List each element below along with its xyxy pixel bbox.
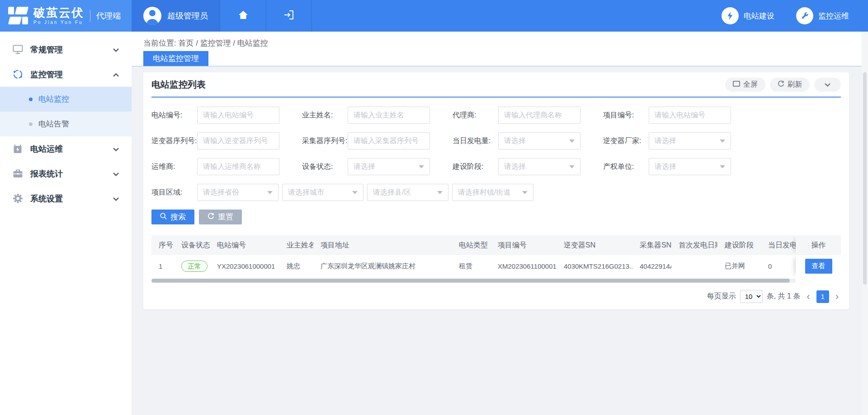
pagination: 每页显示 10 条, 共 1 条 ‹ 1 › (151, 290, 841, 303)
nav-label: 电站建设 (744, 11, 774, 21)
project-no-input[interactable] (649, 107, 731, 124)
nav-label: 监控运维 (818, 11, 849, 21)
owner-name-input[interactable] (348, 107, 430, 124)
cell-build-stage: 已并网 (717, 262, 761, 270)
cell-address: 广东深圳龙华区观澜镇姚家庄村 (313, 262, 452, 270)
per-page-select[interactable]: 10 (740, 290, 763, 303)
page-number[interactable]: 1 (816, 290, 829, 303)
lightning-icon (722, 7, 739, 24)
caret-down-icon (522, 191, 528, 194)
cell-project-no: XM2023061100001 (491, 262, 557, 270)
topbar-nav: 电站建设 监控运维 (722, 0, 868, 32)
monitor-icon (12, 45, 24, 54)
next-page-button[interactable]: › (833, 292, 841, 302)
field-label: 当日发电量: (453, 136, 498, 146)
wrench-icon (796, 7, 813, 24)
chevron-down-icon (113, 170, 119, 178)
page-title: 电站监控列表 (151, 79, 206, 91)
search-icon (160, 213, 167, 222)
charger-icon (12, 144, 24, 154)
caret-down-icon (720, 165, 725, 168)
chevron-down-icon (113, 46, 119, 54)
briefcase-icon (12, 169, 24, 178)
prev-page-button[interactable]: ‹ (804, 292, 812, 302)
portal-label: 代理端 (90, 10, 121, 22)
table-header-row: 序号 设备状态 电站编号 业主姓名 项目地址 电站类型 项目编号 逆变器SN 采… (151, 235, 841, 255)
daily-generation-select[interactable]: 请选择 (498, 132, 580, 149)
cell-owner: 姚忠 (279, 262, 313, 270)
field-label: 逆变器厂家: (603, 136, 649, 146)
breadcrumb-bar: 当前位置: 首页 / 监控管理 / 电站监控 电站监控管理 (132, 32, 868, 66)
caret-down-icon (569, 140, 575, 143)
refresh-icon (778, 80, 784, 89)
build-stage-select[interactable]: 请选择 (498, 158, 580, 175)
logout-icon (283, 10, 294, 22)
sidebar-submenu: 电站监控 电站告警 (0, 87, 132, 136)
home-button[interactable] (220, 0, 266, 32)
avatar (143, 7, 161, 25)
sidebar-item-general-mgmt[interactable]: 常规管理 (0, 37, 132, 62)
table-row: 1 正常 YX2023061000001 姚忠 广东深圳龙华区观澜镇姚家庄村 租… (151, 255, 841, 277)
horizontal-scrollbar[interactable] (151, 279, 796, 283)
province-select[interactable]: 请选择省份 (197, 184, 278, 201)
reset-button[interactable]: 重置 (199, 210, 242, 224)
cell-actions: 查看 (796, 255, 841, 277)
chevron-down-icon (113, 145, 119, 153)
field-label: 业主姓名: (302, 111, 348, 120)
sidebar-item-system-settings[interactable]: 系统设置 (0, 186, 132, 211)
scrollbar-thumb[interactable] (151, 279, 790, 283)
per-page-label: 每页显示 (707, 292, 736, 301)
collector-sn-input[interactable] (348, 132, 430, 149)
content: 当前位置: 首页 / 监控管理 / 电站监控 电站监控管理 电站监控列表 全屏 (132, 32, 868, 415)
breadcrumb: 当前位置: 首页 / 监控管理 / 电站监控 (143, 38, 868, 48)
town-select[interactable]: 请选择村镇/街道 (452, 184, 533, 201)
cell-collector-sn: 40422914A3... (632, 262, 671, 270)
field-label: 设备状态: (302, 162, 348, 172)
device-status-select[interactable]: 请选择 (348, 158, 430, 175)
tab-station-monitor-mgmt[interactable]: 电站监控管理 (143, 51, 208, 66)
county-select[interactable]: 请选择县/区 (367, 184, 448, 201)
city-select[interactable]: 请选择城市 (282, 184, 363, 201)
sidebar-item-monitor-mgmt[interactable]: 监控管理 (0, 62, 132, 87)
sidebar-item-report-stats[interactable]: 报表统计 (0, 161, 132, 186)
sidebar-item-station-ops[interactable]: 电站运维 (0, 136, 132, 161)
inverter-sn-input[interactable] (197, 132, 279, 149)
field-label: 项目区域: (151, 188, 197, 197)
filter-form: 电站编号: 业主姓名: 代理商: 项目编号: (151, 98, 841, 201)
station-monitor-panel: 电站监控列表 全屏 (143, 72, 849, 309)
property-owner-select[interactable]: 请选择 (649, 158, 731, 175)
nav-station-construction[interactable]: 电站建设 (722, 7, 774, 24)
home-icon (238, 10, 249, 22)
refresh-button[interactable]: 刷新 (770, 78, 810, 92)
brand-subtitle: Po Jian Yun Fu (33, 20, 84, 25)
total-label: 条, 共 1 条 (767, 292, 801, 301)
fullscreen-button[interactable]: 全屏 (725, 78, 765, 92)
caret-down-icon (267, 191, 273, 194)
nav-monitor-ops[interactable]: 监控运维 (796, 7, 849, 24)
sidebar-item-station-alarm[interactable]: 电站告警 (0, 112, 132, 136)
field-label: 运维商: (151, 162, 197, 172)
topbar: 破茧云伏 Po Jian Yun Fu 代理端 超级管理员 电站建设 (0, 0, 868, 32)
vertical-scrollbar[interactable] (862, 32, 868, 415)
ops-vendor-input[interactable] (197, 158, 279, 175)
inverter-vendor-select[interactable]: 请选择 (649, 132, 731, 149)
panel-header: 电站监控列表 全屏 (151, 72, 841, 98)
station-no-input[interactable] (197, 107, 279, 124)
brand: 破茧云伏 Po Jian Yun Fu 代理端 (0, 0, 132, 32)
page-body: 电站监控列表 全屏 (132, 66, 868, 415)
reset-icon (208, 213, 214, 222)
sidebar: 常规管理 监控管理 电站监控 电站 (0, 32, 132, 415)
fullscreen-icon (733, 80, 740, 89)
search-button[interactable]: 搜索 (151, 210, 194, 224)
sidebar-item-station-monitor[interactable]: 电站监控 (0, 87, 132, 112)
logout-button[interactable] (266, 0, 312, 32)
collapse-button[interactable] (814, 78, 841, 92)
scrollbar-thumb[interactable] (863, 72, 867, 284)
agent-input[interactable] (498, 107, 580, 124)
station-table: 序号 设备状态 电站编号 业主姓名 项目地址 电站类型 项目编号 逆变器SN 采… (151, 235, 841, 283)
bullet-icon (29, 98, 33, 101)
gear-icon (12, 193, 24, 204)
user-menu[interactable]: 超级管理员 (132, 0, 220, 32)
field-label: 产权单位: (603, 162, 649, 172)
view-button[interactable]: 查看 (805, 259, 832, 274)
